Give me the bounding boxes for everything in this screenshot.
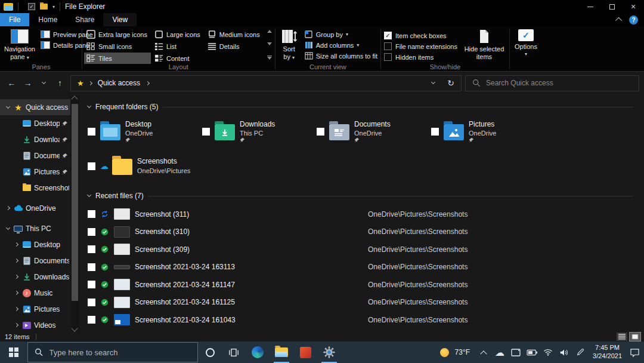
sidebar-item-videos[interactable]: Videos [0, 317, 70, 332]
maximize-button[interactable] [601, 0, 623, 13]
edge-button[interactable] [246, 342, 270, 363]
group-by-button[interactable]: Group by ▾ [302, 30, 380, 39]
item-checkbox[interactable] [88, 263, 95, 271]
layout-large-icons[interactable]: Large icons [152, 29, 204, 40]
sidebar-item-pc-desktop[interactable]: Desktop [0, 236, 70, 253]
file-explorer-taskbar-button[interactable] [270, 342, 293, 363]
gallery-scroll-down-icon[interactable] [267, 42, 272, 45]
chevron-right-icon[interactable] [13, 275, 19, 278]
collapse-section-icon[interactable] [87, 104, 91, 108]
collapse-section-icon[interactable] [87, 193, 91, 197]
file-row[interactable]: Screenshot 2021-03-24 161043 OneDrive\Pi… [88, 311, 644, 329]
sidebar-item-onedrive[interactable]: OneDrive [0, 200, 70, 216]
file-row[interactable]: Screenshot 2021-03-24 161125 OneDrive\Pi… [88, 294, 644, 312]
minimize-button[interactable] [580, 0, 601, 13]
office-button[interactable] [293, 342, 317, 363]
tile-downloads[interactable]: Downloads This PC [202, 118, 317, 145]
item-checkbox[interactable] [431, 128, 439, 136]
forward-button[interactable]: → [20, 75, 36, 91]
settings-taskbar-button[interactable] [317, 342, 341, 363]
breadcrumb[interactable]: Quick access [93, 79, 145, 87]
item-checkbox[interactable] [317, 128, 324, 136]
item-checkbox[interactable] [88, 245, 95, 253]
item-checkbox[interactable] [88, 299, 95, 306]
tab-file[interactable]: File [0, 13, 29, 26]
sidebar-item-screenshots[interactable]: Screenshots [0, 180, 70, 196]
navigation-pane-button[interactable]: Navigation pane ▾ [1, 27, 38, 62]
volume-icon[interactable] [558, 342, 570, 363]
taskbar-clock[interactable]: 7:45 PM 3/24/2021 [590, 344, 624, 361]
recent-locations-dropdown[interactable] [36, 75, 52, 91]
hidden-items-checkbox[interactable]: Hidden items [382, 53, 460, 61]
chevron-right-icon[interactable] [13, 291, 19, 294]
tablet-mode-icon[interactable] [510, 342, 522, 363]
sidebar-item-downloads[interactable]: Downloads [0, 131, 70, 147]
gallery-scroll-up-icon[interactable] [267, 30, 272, 33]
onedrive-tray-icon[interactable]: ☁ [494, 342, 506, 363]
layout-medium-icons[interactable]: Medium icons [205, 29, 264, 40]
collapse-ribbon-icon[interactable] [615, 17, 622, 24]
file-name-extensions-checkbox[interactable]: File name extensions [382, 42, 460, 51]
item-checkbox[interactable] [88, 281, 95, 288]
scroll-down-icon[interactable] [71, 325, 78, 331]
recent-files-header[interactable]: Recent files (7) [88, 189, 644, 202]
chevron-right-icon[interactable] [13, 324, 19, 327]
back-button[interactable]: ← [4, 75, 20, 91]
tile-documents[interactable]: Documents OneDrive [317, 118, 431, 145]
task-view-button[interactable] [222, 342, 246, 363]
sidebar-item-this-pc[interactable]: This PC [0, 220, 70, 236]
frequent-folders-header[interactable]: Frequent folders (5) [88, 100, 644, 113]
scrollbar[interactable] [70, 96, 79, 332]
sidebar-item-pc-pictures[interactable]: Pictures [0, 301, 70, 317]
details-view-toggle[interactable] [617, 333, 627, 341]
file-row[interactable]: Screenshot (310) OneDrive\Pictures\Scree… [88, 223, 644, 241]
help-icon[interactable]: ? [629, 16, 638, 24]
address-bar[interactable]: ★ Quick access ↻ [70, 75, 462, 91]
tile-screenshots[interactable]: ☁ Screenshots OneDrive\Pictures [88, 152, 202, 180]
sidebar-item-pictures[interactable]: Pictures [0, 164, 70, 180]
taskbar-search-input[interactable] [49, 348, 191, 357]
layout-details[interactable]: Details [205, 41, 264, 52]
sidebar-item-desktop[interactable]: Desktop [0, 115, 70, 131]
address-dropdown-button[interactable] [425, 76, 441, 91]
taskbar-search[interactable] [27, 342, 198, 362]
file-row[interactable]: Screenshot 2021-03-24 161147 OneDrive\Pi… [88, 276, 644, 294]
item-checkbox[interactable] [88, 316, 95, 324]
tile-pictures[interactable]: Pictures OneDrive [431, 118, 546, 145]
tab-share[interactable]: Share [66, 13, 103, 26]
item-checkbox[interactable] [88, 228, 95, 236]
layout-small-icons[interactable]: Small icons [84, 41, 151, 52]
battery-icon[interactable] [526, 342, 538, 363]
layout-extra-large-icons[interactable]: Extra large icons [84, 29, 151, 40]
item-checkbox[interactable] [202, 128, 210, 136]
add-columns-button[interactable]: Add columns ▾ [302, 41, 380, 50]
sidebar-item-quick-access[interactable]: ★ Quick access [0, 99, 70, 115]
item-check-boxes-checkbox[interactable]: ✓ Item check boxes [382, 31, 460, 40]
wifi-icon[interactable] [542, 342, 554, 363]
scroll-up-icon[interactable] [71, 96, 78, 102]
sidebar-item-music[interactable]: ♪ Music [0, 285, 70, 301]
start-button[interactable] [0, 342, 27, 363]
search-input[interactable] [486, 79, 632, 87]
explorer-search[interactable] [465, 75, 639, 91]
chevron-right-icon[interactable] [5, 207, 11, 210]
layout-content[interactable]: Content [152, 53, 204, 64]
scrollbar-thumb[interactable] [72, 104, 78, 301]
file-row[interactable]: Screenshot (309) OneDrive\Pictures\Scree… [88, 241, 644, 259]
chevron-right-icon[interactable] [13, 243, 19, 246]
tile-desktop[interactable]: Desktop OneDrive [88, 118, 202, 145]
item-checkbox[interactable] [88, 210, 95, 218]
file-row[interactable]: Screenshot 2021-03-24 163113 OneDrive\Pi… [88, 259, 644, 276]
chevron-down-icon[interactable] [5, 107, 11, 108]
refresh-button[interactable]: ↻ [443, 76, 459, 91]
chevron-down-icon[interactable] [5, 228, 11, 229]
sort-by-button[interactable]: Sort by ▾ [276, 27, 302, 62]
large-thumbnails-view-toggle[interactable] [630, 333, 640, 341]
hide-selected-items-button[interactable]: Hide selected items [460, 27, 509, 62]
show-hidden-icons-chevron[interactable] [478, 342, 490, 363]
item-checkbox[interactable] [88, 128, 95, 136]
gallery-more-icon[interactable] [267, 56, 272, 60]
chevron-right-icon[interactable] [13, 259, 19, 262]
layout-tiles[interactable]: Tiles [84, 53, 151, 64]
layout-list[interactable]: List [152, 41, 204, 52]
